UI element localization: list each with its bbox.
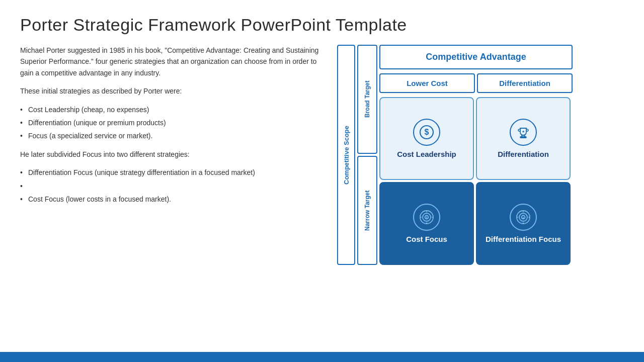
differentiation-header: Differentiation (477, 73, 573, 93)
differentiation-label: Differentiation (498, 150, 549, 158)
differentiation-focus-cell: ★ Differentiation Focus (476, 182, 571, 265)
svg-rect-3 (520, 137, 526, 138)
focus-strategies-list: Differentiation Focus (unique strategy d… (20, 167, 322, 205)
matrix-grid: Competitive Advantage Lower Cost Differe… (379, 45, 573, 265)
cost-focus-icon-circle: $ (413, 204, 440, 231)
differentiation-focus-icon-circle: ★ (510, 204, 537, 231)
competitive-scope-label: Competitive Scope (337, 45, 355, 265)
list-item: Differentiation Focus (unique strategy d… (20, 167, 322, 178)
right-panel: Competitive Scope Broad Target Narrow Ta… (337, 45, 624, 342)
page-title: Porter Strategic Framework PowerPoint Te… (20, 15, 624, 35)
initial-label: These initial strategies as described by… (20, 85, 322, 97)
svg-text:★: ★ (522, 216, 525, 220)
svg-text:$: $ (425, 128, 429, 136)
content-area: Michael Porter suggested in 1985 in his … (20, 45, 624, 342)
narrow-target-label: Narrow Target (357, 156, 377, 265)
initial-strategies-list: Cost Leadership (cheap, no expenses) Dif… (20, 104, 322, 142)
differentiation-icon-circle: ★ (510, 119, 537, 146)
cost-focus-label: Cost Focus (406, 235, 447, 243)
broad-target-row: $ Cost Leadership (379, 97, 573, 180)
broad-target-label: Broad Target (357, 45, 377, 154)
cost-leadership-cell: $ Cost Leadership (379, 97, 474, 180)
target-dollar-icon: $ (419, 209, 435, 225)
list-item: Cost Focus (lower costs in a focused mar… (20, 194, 322, 205)
sub-headers: Lower Cost Differentiation (379, 73, 573, 93)
cost-leadership-icon-circle: $ (413, 119, 440, 146)
svg-text:★: ★ (522, 130, 525, 133)
competitive-advantage-header: Competitive Advantage (379, 45, 573, 69)
trophy-icon: ★ (515, 124, 531, 140)
differentiation-focus-label: Differentiation Focus (486, 235, 561, 243)
narrow-target-row: $ Cost Focus (379, 182, 573, 265)
left-panel: Michael Porter suggested in 1985 in his … (20, 45, 322, 342)
cost-focus-cell: $ Cost Focus (379, 182, 474, 265)
matrix-wrapper: Competitive Scope Broad Target Narrow Ta… (337, 45, 573, 265)
list-item: Cost Leadership (cheap, no expenses) (20, 104, 322, 115)
target-labels: Broad Target Narrow Target (357, 45, 377, 265)
bottom-bar (0, 352, 644, 362)
differentiation-cell: ★ Differentiation (476, 97, 571, 180)
list-item: Differentiation (unique or premium produ… (20, 117, 322, 128)
cost-leadership-label: Cost Leadership (397, 150, 456, 158)
subdivide-text: He later subdivided Focus into two diffe… (20, 149, 322, 160)
svg-text:$: $ (426, 216, 428, 220)
dollar-circle-icon: $ (419, 124, 435, 140)
list-item (20, 180, 322, 192)
lower-cost-header: Lower Cost (379, 73, 475, 93)
vertical-labels: Competitive Scope Broad Target Narrow Ta… (337, 45, 377, 265)
target-star-icon: ★ (515, 209, 531, 225)
intro-text: Michael Porter suggested in 1985 in his … (20, 45, 322, 78)
list-item: Focus (a specialized service or market). (20, 130, 322, 141)
